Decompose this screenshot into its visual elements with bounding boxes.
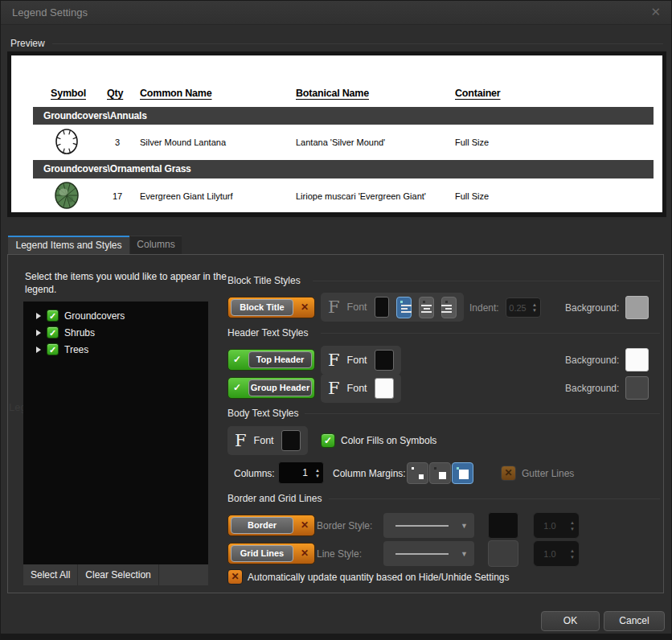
indent-stepper[interactable]: 0.25 ▲ ▼ xyxy=(506,297,541,318)
column-header-qty: Qty xyxy=(107,88,123,99)
row-container: Full Size xyxy=(455,191,489,201)
ok-button[interactable]: OK xyxy=(541,611,600,631)
stepper-arrows[interactable]: ▲ ▼ xyxy=(566,548,579,560)
font-button[interactable]: Font xyxy=(347,383,367,394)
row-container: Full Size xyxy=(455,137,489,147)
stepper-down-icon[interactable]: ▼ xyxy=(315,474,320,478)
column-header-botanical: Botanical Name xyxy=(296,88,369,99)
font-color-swatch[interactable] xyxy=(375,378,394,399)
auto-update-quantity-checkbox[interactable]: ✕ xyxy=(227,569,243,585)
font-button[interactable]: Font xyxy=(347,355,367,366)
columns-label: Columns: xyxy=(234,468,275,479)
expand-arrow-icon[interactable] xyxy=(36,347,41,353)
top-header-toggle[interactable]: ✓ Top Header xyxy=(227,349,315,371)
tree-item-trees[interactable]: ✓ Trees xyxy=(23,341,208,358)
font-color-swatch[interactable] xyxy=(375,350,394,371)
column-margin-small-button[interactable] xyxy=(407,462,428,484)
preview-label: Preview xyxy=(10,38,45,49)
check-icon: ✓ xyxy=(233,382,241,393)
line-style-dropdown[interactable]: ▼ xyxy=(383,541,474,566)
row-common-name: Evergreen Giant Lilyturf xyxy=(140,191,233,201)
legend-items-tree: ✓ Groundcovers ✓ Shrubs ✓ Trees xyxy=(23,302,208,564)
section-heading-block-title: Block Title Styles xyxy=(227,275,301,286)
tree-item-groundcovers[interactable]: ✓ Groundcovers xyxy=(23,307,208,324)
section-heading-body-text: Body Text Styles xyxy=(227,408,299,419)
section-rule xyxy=(321,333,660,334)
tree-item-shrubs[interactable]: ✓ Shrubs xyxy=(23,324,208,341)
block-title-background-label: Background: xyxy=(565,302,619,314)
row-qty: 17 xyxy=(107,191,128,201)
checkbox-groundcovers[interactable]: ✓ xyxy=(47,310,59,322)
top-header-background-swatch[interactable] xyxy=(625,348,649,371)
top-header-background-label: Background: xyxy=(565,355,619,366)
close-icon[interactable]: ✕ xyxy=(650,5,661,19)
stepper-up-icon[interactable]: ▲ xyxy=(532,302,537,307)
grid-lines-toggle[interactable]: Grid Lines ✕ xyxy=(227,543,315,564)
font-button[interactable]: Font xyxy=(347,302,367,313)
tree-item-label: Trees xyxy=(64,344,88,355)
section-rule xyxy=(313,281,660,281)
align-right-button[interactable] xyxy=(441,297,457,318)
stepper-arrows[interactable]: ▲ ▼ xyxy=(312,468,323,478)
stepper-down-icon[interactable]: ▼ xyxy=(570,555,575,560)
stepper-up-icon[interactable]: ▲ xyxy=(315,468,320,473)
section-heading-border-grid: Border and Grid Lines xyxy=(227,493,322,504)
stepper-down-icon[interactable]: ▼ xyxy=(532,308,537,313)
group-header-background-label: Background: xyxy=(565,383,619,394)
block-title-background-swatch[interactable] xyxy=(625,296,649,319)
column-header-common: Common Name xyxy=(140,88,211,99)
font-color-swatch[interactable] xyxy=(281,430,301,451)
align-left-button[interactable] xyxy=(396,297,412,318)
align-bullet-icon xyxy=(423,301,425,303)
expand-arrow-icon[interactable] xyxy=(36,330,41,336)
stepper-up-icon[interactable]: ▲ xyxy=(570,548,575,553)
column-margin-large-button[interactable] xyxy=(452,462,473,484)
section-heading-header-text: Header Text Styles xyxy=(227,327,309,338)
grid-width-stepper[interactable]: 1.0 ▲ ▼ xyxy=(533,540,580,567)
column-margin-medium-button[interactable] xyxy=(429,462,451,484)
stepper-arrows[interactable]: ▲ ▼ xyxy=(566,520,579,531)
checkbox-shrubs[interactable]: ✓ xyxy=(47,326,59,338)
section-rule xyxy=(305,413,660,414)
column-header-container: Container xyxy=(455,88,501,99)
cancel-button[interactable]: Cancel xyxy=(604,611,665,631)
stepper-arrows[interactable]: ▲ ▼ xyxy=(529,302,540,313)
font-color-swatch[interactable] xyxy=(375,297,390,318)
group-header-background-swatch[interactable] xyxy=(625,376,649,400)
border-width-stepper[interactable]: 1.0 ▲ ▼ xyxy=(533,512,580,539)
tab-columns[interactable]: Columns xyxy=(130,236,182,254)
font-icon: F xyxy=(328,299,340,316)
color-fills-label: Color Fills on Symbols xyxy=(341,435,436,446)
block-title-toggle[interactable]: Block Title ✕ xyxy=(227,297,315,318)
gutter-lines-checkbox[interactable]: ✕ xyxy=(501,466,516,481)
border-toggle-label: Border xyxy=(231,517,293,534)
select-all-button[interactable]: Select All xyxy=(23,564,78,585)
group-header-row: Groundcovers\Ornamental Grass xyxy=(33,160,654,178)
plant-symbol-lantana-icon xyxy=(55,128,79,158)
stepper-down-icon[interactable]: ▼ xyxy=(570,527,575,531)
margin-dot-icon xyxy=(434,467,436,470)
window-title: Legend Settings xyxy=(12,6,88,18)
tree-item-label: Groundcovers xyxy=(64,310,125,322)
tab-legend-items-and-styles[interactable]: Legend Items and Styles xyxy=(8,236,129,254)
check-icon: ✓ xyxy=(233,354,241,365)
color-fills-checkbox[interactable]: ✓ xyxy=(321,433,335,448)
font-button[interactable]: Font xyxy=(254,435,274,446)
align-bullet-icon xyxy=(400,301,403,303)
expand-arrow-icon[interactable] xyxy=(36,313,41,319)
margin-square-icon xyxy=(439,472,446,479)
grid-lines-toggle-label: Grid Lines xyxy=(231,545,293,562)
border-style-dropdown[interactable]: ▼ xyxy=(383,513,474,538)
group-header-text: Groundcovers\Ornamental Grass xyxy=(43,163,191,174)
columns-stepper[interactable]: 1 ▲ ▼ xyxy=(278,462,324,484)
align-center-button[interactable] xyxy=(419,297,434,318)
grid-line-color-swatch[interactable] xyxy=(488,540,518,567)
stepper-up-icon[interactable]: ▲ xyxy=(570,520,575,525)
checkbox-trees[interactable]: ✓ xyxy=(47,343,59,355)
align-bullet-icon xyxy=(445,301,448,303)
clear-selection-button[interactable]: Clear Selection xyxy=(78,564,158,585)
group-header-toggle[interactable]: ✓ Group Header xyxy=(227,377,315,399)
border-color-swatch[interactable] xyxy=(488,512,518,539)
border-toggle[interactable]: Border ✕ xyxy=(227,515,315,536)
group-header-text: Groundcovers\Annuals xyxy=(43,110,147,121)
